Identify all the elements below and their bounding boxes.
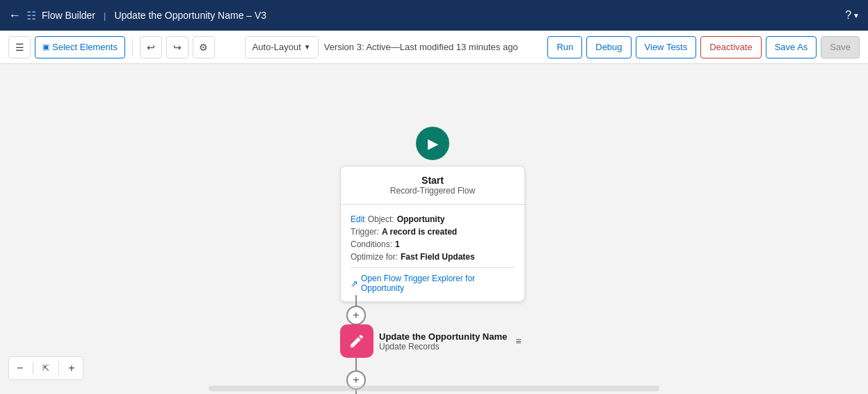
zoom-divider (33, 361, 33, 375)
flow-canvas: ▶ Start Record-Triggered Flow Edit Objec… (0, 64, 868, 394)
optimize-row: Optimize for: Fast Field Updates (351, 252, 515, 262)
start-trigger-icon[interactable]: ▶ (416, 127, 449, 160)
external-link-icon: ⇗ (351, 278, 358, 289)
update-records-label: Update the Opportunity Name Update Recor… (379, 331, 507, 352)
update-records-node[interactable]: Update the Opportunity Name Update Recor… (340, 324, 521, 358)
start-card[interactable]: Start Record-Triggered Flow Edit Object:… (340, 166, 525, 302)
explorer-link[interactable]: ⇗ Open Flow Trigger Explorer for Opportu… (351, 267, 515, 293)
zoom-divider-2 (58, 361, 59, 375)
flow-title: Update the Opportunity Name – V3 (114, 10, 266, 21)
fit-view-button[interactable]: ⇱ (36, 358, 56, 378)
zoom-in-button[interactable]: + (62, 358, 81, 378)
conditions-row: Conditions: 1 (351, 239, 515, 249)
help-button[interactable]: ? ▼ (845, 9, 860, 22)
edit-link[interactable]: Edit (351, 214, 365, 224)
object-row: Edit Object: Opportunity (351, 214, 515, 224)
toolbar: ☰ ▣ Select Elements ↩ ↪ ⚙ Auto-Layout ▼ … (0, 31, 868, 64)
toolbar-left-group: ☰ ▣ Select Elements ↩ ↪ ⚙ (8, 36, 215, 58)
zoom-controls: − ⇱ + (8, 356, 83, 380)
toolbar-divider-1 (132, 39, 133, 56)
redo-icon: ↪ (173, 42, 182, 53)
pencil-icon (348, 333, 365, 349)
deactivate-button[interactable]: Deactivate (700, 36, 761, 58)
update-records-icon[interactable] (340, 324, 373, 358)
debug-button[interactable]: Debug (586, 36, 631, 58)
undo-icon: ↩ (147, 42, 155, 53)
version-status: Version 3: Active—Last modified 13 minut… (324, 42, 518, 52)
settings-button[interactable]: ⚙ (193, 36, 215, 58)
toggle-sidebar-button[interactable]: ☰ (8, 36, 31, 58)
start-title: Start (349, 175, 516, 186)
toolbar-right-group: Run Debug View Tests Deactivate Save As … (547, 36, 860, 58)
back-button[interactable]: ← (8, 8, 21, 23)
settings-icon: ⚙ (199, 42, 208, 53)
redo-button[interactable]: ↪ (166, 36, 188, 58)
top-navigation: ← ☷ Flow Builder | Update the Opportunit… (0, 0, 868, 31)
start-card-body: Edit Object: Opportunity Trigger: A reco… (341, 209, 524, 301)
run-button[interactable]: Run (547, 36, 582, 58)
start-node[interactable]: ▶ Start Record-Triggered Flow Edit Objec… (340, 127, 525, 302)
select-elements-icon: ▣ (42, 42, 49, 52)
save-as-button[interactable]: Save As (766, 36, 817, 58)
fit-icon: ⇱ (42, 363, 49, 373)
undo-button[interactable]: ↩ (140, 36, 162, 58)
app-name: Flow Builder (42, 10, 95, 21)
select-elements-button[interactable]: ▣ Select Elements (35, 36, 125, 58)
zoom-out-button[interactable]: − (10, 358, 30, 378)
add-element-button-1[interactable]: + (346, 306, 366, 325)
toolbar-center-group: Auto-Layout ▼ Version 3: Active—Last mod… (245, 36, 518, 58)
update-node-menu-icon[interactable]: ≡ (515, 336, 521, 347)
auto-layout-button[interactable]: Auto-Layout ▼ (245, 36, 319, 58)
save-button: Save (821, 36, 860, 58)
chevron-down-icon: ▼ (304, 43, 311, 51)
trigger-row: Trigger: A record is created (351, 227, 515, 237)
view-tests-button[interactable]: View Tests (636, 36, 697, 58)
start-subtitle: Record-Triggered Flow (349, 186, 516, 196)
start-card-header: Start Record-Triggered Flow (341, 166, 524, 200)
flow-builder-icon: ☷ (26, 9, 36, 22)
horizontal-scrollbar[interactable] (209, 386, 659, 391)
